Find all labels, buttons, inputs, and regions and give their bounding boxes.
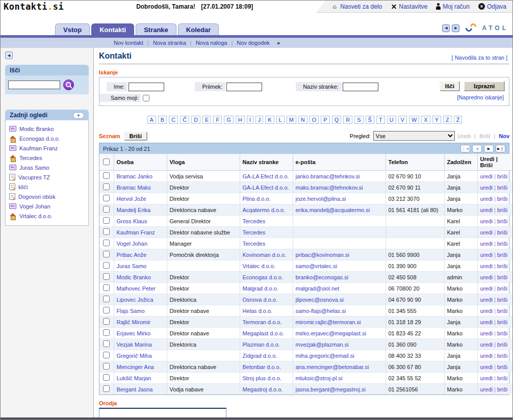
row-checkbox[interactable] — [103, 262, 110, 269]
recent-item-link-vacupres-tz[interactable]: Vacupres TZ — [18, 174, 50, 180]
recent-item-link-econogas-d-o-o[interactable]: Econogas d.o.o. — [19, 136, 60, 142]
quicknav-nova-stranka[interactable]: Nova stranka — [153, 40, 186, 46]
recent-item-link-kaufman-franz[interactable]: Kaufman Franz — [19, 145, 58, 151]
client-link[interactable]: Tercedes — [243, 218, 266, 224]
header-link-nasveti-za-delo[interactable]: Nasveti za delo — [331, 3, 382, 10]
person-link[interactable]: Lukšič Marjan — [117, 375, 151, 381]
email-link[interactable]: malgrad@siol.net — [296, 285, 340, 292]
delete-row-link[interactable]: briši — [497, 252, 507, 258]
person-link[interactable]: Vezjak Marina — [117, 342, 152, 348]
header-link-moj-ra-un[interactable]: Moj račun — [436, 3, 470, 10]
scroll-left-button[interactable]: ◀ — [442, 24, 450, 32]
client-link[interactable]: Plina d.o.o. — [243, 196, 271, 202]
client-link[interactable]: Betonbar d.o.o. — [243, 364, 281, 370]
client-link[interactable]: Kovinoman d.o.o. — [243, 252, 287, 258]
row-checkbox[interactable] — [103, 183, 110, 190]
alphabet-letter-t[interactable]: T — [376, 116, 385, 124]
prev-page-icon[interactable]: ◀ — [472, 145, 482, 152]
row-checkbox[interactable] — [103, 206, 110, 213]
alphabet-letter-j[interactable]: J — [255, 116, 264, 124]
email-link[interactable]: pribac@kovinoman.si — [296, 252, 349, 258]
only-mine-checkbox[interactable] — [143, 95, 149, 101]
alphabet-letter-b[interactable]: B — [158, 116, 167, 124]
alphabet-letter-č[interactable]: Č — [180, 116, 189, 124]
alphabet-letter-y[interactable]: Y — [432, 116, 441, 124]
person-link[interactable]: Mandelj Erika — [117, 207, 151, 213]
row-checkbox[interactable] — [103, 273, 110, 280]
delete-selected-button[interactable]: Briši — [124, 132, 147, 141]
view-edit-link[interactable]: Uredi — [457, 133, 471, 139]
alphabet-letter-g[interactable]: G — [224, 116, 234, 124]
header-link-nastavitve[interactable]: Nastavitve — [391, 3, 427, 10]
alphabet-letter-n[interactable]: N — [298, 116, 307, 124]
row-checkbox[interactable] — [103, 363, 110, 370]
row-checkbox[interactable] — [103, 352, 110, 358]
email-link[interactable]: janko.bramac@tehnkov.si — [296, 173, 360, 179]
alphabet-letter-i[interactable]: I — [247, 116, 253, 124]
edit-row-link[interactable]: uredi — [480, 274, 493, 280]
email-link[interactable]: miha.gregoric@email.si — [296, 353, 354, 359]
email-link[interactable]: jasna.bergant@megastroj.si — [296, 386, 366, 392]
email-link[interactable]: maks.bramac@tehnokov.si — [296, 185, 363, 191]
alphabet-letter-h[interactable]: H — [236, 116, 245, 124]
search-input-priimek[interactable] — [226, 83, 262, 91]
delete-row-link[interactable]: briši — [497, 330, 507, 336]
client-link[interactable]: Acqatermo d.o.o. — [243, 207, 286, 213]
alphabet-letter-k[interactable]: K — [265, 116, 274, 124]
person-link[interactable]: Bergant Jasna — [117, 386, 153, 392]
alphabet-letter-z[interactable]: Z — [443, 116, 452, 124]
alphabet-letter-š[interactable]: Š — [366, 116, 374, 124]
person-link[interactable]: Modic Branko — [117, 274, 151, 280]
recent-item-link-dogovori-obisk[interactable]: Dogovori obisk — [18, 194, 56, 200]
person-link[interactable]: Gregorič Miha — [117, 353, 152, 359]
alphabet-letter-a[interactable]: A — [147, 116, 156, 124]
alphabet-letter-m[interactable]: M — [287, 116, 296, 124]
view-select[interactable]: Vse — [373, 131, 455, 141]
client-link[interactable]: Vrtalec d.o.o. — [243, 263, 275, 269]
delete-row-link[interactable]: briši — [497, 364, 507, 370]
client-link[interactable]: GA-LA Efect d.o.o. — [243, 185, 289, 191]
edit-row-link[interactable]: uredi — [480, 185, 493, 191]
quicknav-nov-dogodek[interactable]: Nov dogodek — [237, 40, 270, 46]
delete-row-link[interactable]: briši — [497, 308, 507, 314]
email-link[interactable]: mluksic@stroj-pl.si — [296, 375, 343, 381]
search-input-naziv-stranke[interactable] — [343, 83, 378, 91]
alphabet-letter-e[interactable]: E — [202, 116, 211, 124]
alphabet-letter-l[interactable]: L — [276, 116, 285, 124]
quicknav-nova-naloga[interactable]: Nova naloga — [196, 40, 227, 46]
recent-item-link-kli-i[interactable]: kliči — [18, 184, 28, 190]
alphabet-letter-x[interactable]: X — [421, 116, 430, 124]
alphabet-letter-u[interactable]: U — [387, 116, 396, 124]
search-button[interactable]: Išči — [440, 81, 460, 91]
delete-row-link[interactable]: briši — [497, 285, 507, 292]
delete-row-link[interactable]: briši — [497, 263, 507, 269]
tab-stranke[interactable]: Stranke — [136, 23, 176, 35]
edit-row-link[interactable]: uredi — [480, 196, 493, 202]
email-link[interactable]: erika.mandelj@acquatermo.si — [296, 207, 370, 213]
edit-row-link[interactable]: uredi — [480, 319, 493, 325]
page-help-link[interactable]: [ Navodila za to stran ] — [452, 55, 507, 61]
last-page-icon[interactable]: ▶❘ — [496, 145, 505, 152]
delete-row-link[interactable]: briši — [497, 319, 507, 325]
edit-row-link[interactable]: uredi — [480, 207, 493, 213]
alphabet-letter-p[interactable]: P — [321, 116, 329, 124]
delete-row-link[interactable]: briši — [497, 207, 507, 213]
recent-item-link-tercedes[interactable]: Tercedes — [19, 155, 42, 161]
clear-button[interactable]: Izprazni — [464, 81, 505, 91]
recent-item-link-juras-samo[interactable]: Juras Samo — [19, 165, 49, 171]
row-checkbox[interactable] — [103, 240, 110, 246]
client-link[interactable]: Megaplast d.o.o. — [243, 330, 284, 336]
sidebar-search-input[interactable] — [8, 81, 60, 89]
email-link[interactable]: jlipovec@osnova.si — [296, 297, 344, 303]
person-link[interactable]: Erjavec Mirko — [117, 330, 151, 336]
delete-row-link[interactable]: briši — [497, 353, 507, 359]
sidebar-collapse-button[interactable]: ◀ — [5, 51, 13, 59]
advanced-search-link[interactable]: [Napredno iskanje] — [457, 94, 504, 100]
recent-item-link-modic-branko[interactable]: Modic Branko — [19, 126, 54, 132]
person-link[interactable]: Flajs Samo — [117, 308, 145, 314]
edit-row-link[interactable]: uredi — [480, 330, 493, 336]
client-link[interactable]: Megastroj d.o.o. — [243, 386, 283, 392]
client-link[interactable]: Helas d.o.o. — [243, 308, 273, 314]
client-link[interactable]: Stroj plus d.o.o. — [243, 375, 281, 381]
client-link[interactable]: GA-LA Efect d.o.o. — [243, 173, 289, 179]
